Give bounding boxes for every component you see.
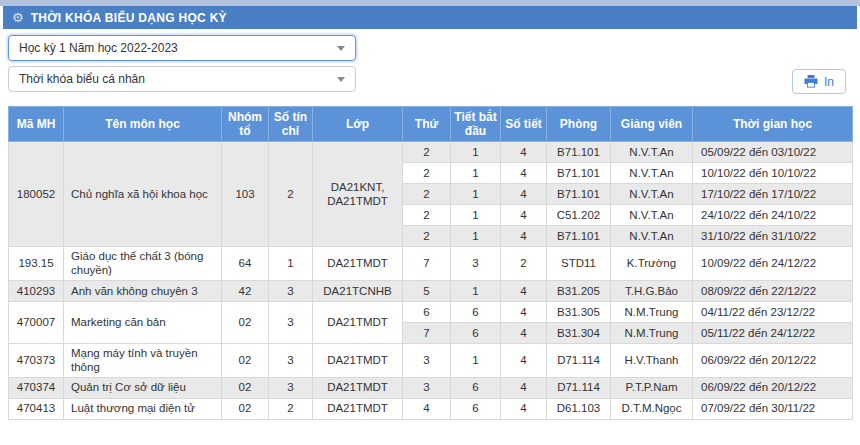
cell-giang_vien: P.T.P.Nam (611, 377, 693, 398)
panel-header: ⚙ THỜI KHÓA BIỂU DẠNG HỌC KỲ (3, 6, 857, 29)
cell-giang_vien: H.V.Thanh (611, 343, 693, 377)
cell-tiet_bat_dau: 1 (451, 184, 501, 205)
cell-phong: B31.205 (547, 280, 611, 301)
cell-thu: 3 (403, 377, 451, 398)
cell-nhom: 02 (222, 343, 269, 377)
timetable-row: 470413Luật thương mại điện tử022DA21TMDT… (9, 398, 853, 419)
cell-thu: 3 (403, 343, 451, 377)
page-title: THỜI KHÓA BIỂU DẠNG HỌC KỲ (31, 11, 227, 25)
cell-phong: D71.114 (547, 377, 611, 398)
cell-thoi_gian: 06/09/22 đến 20/12/22 (693, 343, 853, 377)
cell-thoi_gian: 06/09/22 đến 20/12/22 (693, 377, 853, 398)
col-header-phong: Phòng (547, 107, 611, 142)
cell-thu: 2 (403, 226, 451, 247)
cell-giang_vien: D.T.M.Ngọc (611, 398, 693, 419)
print-button-label: In (824, 75, 834, 89)
cell-giang_vien: N.V.T.An (611, 142, 693, 163)
cell-nhom: 02 (222, 301, 269, 343)
cell-tiet_bat_dau: 1 (451, 205, 501, 226)
timetable-row: 410293Anh văn không chuyên 3423DA21TCNHB… (9, 280, 853, 301)
cell-giang_vien: T.H.G.Bảo (611, 280, 693, 301)
cell-thu: 2 (403, 142, 451, 163)
cell-giang_vien: N.M.Trung (611, 301, 693, 322)
cell-tin_chi: 3 (269, 343, 313, 377)
cell-thoi_gian: 04/11/22 đến 23/12/22 (693, 301, 853, 322)
cell-tiet_bat_dau: 1 (451, 280, 501, 301)
cell-thoi_gian: 10/09/22 đến 24/12/22 (693, 247, 853, 281)
cell-ten: Chủ nghĩa xã hội khoa học (64, 142, 222, 247)
cell-ten: Anh văn không chuyên 3 (64, 280, 222, 301)
semester-select[interactable]: Học kỳ 1 Năm học 2022-2023 (8, 35, 356, 61)
col-header-tin_chi: Số tín chỉ (269, 107, 313, 142)
cell-ma: 193.15 (9, 247, 64, 281)
timetable-row: 470007Marketing căn bản023DA21TMDT664B31… (9, 301, 853, 322)
cell-nhom: 02 (222, 377, 269, 398)
cell-lop: DA21KNT, DA21TMDT (313, 142, 403, 247)
cell-so_tiet: 4 (501, 280, 547, 301)
col-header-lop: Lớp (313, 107, 403, 142)
cell-phong: B71.101 (547, 226, 611, 247)
cell-thoi_gian: 31/10/22 đến 31/10/22 (693, 226, 853, 247)
cell-tin_chi: 3 (269, 280, 313, 301)
cell-so_tiet: 4 (501, 322, 547, 343)
col-header-giang_vien: Giảng viên (611, 107, 693, 142)
cell-so_tiet: 4 (501, 226, 547, 247)
view-type-select-value: Thời khóa biểu cá nhân (19, 72, 145, 86)
timetable: Mã MHTên môn họcNhóm tổSố tín chỉLớpThứT… (8, 106, 853, 420)
cell-thu: 2 (403, 184, 451, 205)
cell-nhom: 42 (222, 280, 269, 301)
cell-phong: B31.305 (547, 301, 611, 322)
cell-thoi_gian: 08/09/22 đến 22/12/22 (693, 280, 853, 301)
cell-thoi_gian: 07/09/22 đến 30/11/22 (693, 398, 853, 419)
cell-tiet_bat_dau: 3 (451, 247, 501, 281)
col-header-ma: Mã MH (9, 107, 64, 142)
cell-phong: D71.114 (547, 343, 611, 377)
view-type-select[interactable]: Thời khóa biểu cá nhân (8, 66, 356, 92)
cell-giang_vien: N.V.T.An (611, 184, 693, 205)
cell-ten: Luật thương mại điện tử (64, 398, 222, 419)
cell-thoi_gian: 17/10/22 đến 17/10/22 (693, 184, 853, 205)
cell-so_tiet: 4 (501, 377, 547, 398)
col-header-so_tiet: Số tiết (501, 107, 547, 142)
cell-thu: 7 (403, 247, 451, 281)
cell-ten: Mạng máy tính và truyền thông (64, 343, 222, 377)
cell-so_tiet: 4 (501, 163, 547, 184)
cell-tiet_bat_dau: 6 (451, 377, 501, 398)
cell-nhom: 02 (222, 398, 269, 419)
cell-tin_chi: 1 (269, 247, 313, 281)
cell-thu: 6 (403, 301, 451, 322)
cell-lop: DA21TMDT (313, 247, 403, 281)
cell-tiet_bat_dau: 1 (451, 226, 501, 247)
cell-phong: STD11 (547, 247, 611, 281)
cell-lop: DA21TCNHB (313, 280, 403, 301)
cell-phong: B71.101 (547, 163, 611, 184)
cell-nhom: 64 (222, 247, 269, 281)
cell-phong: B71.101 (547, 184, 611, 205)
cell-tiet_bat_dau: 1 (451, 142, 501, 163)
cell-ten: Quản trị Cơ sở dữ liệu (64, 377, 222, 398)
cell-phong: C51.202 (547, 205, 611, 226)
cell-ma: 410293 (9, 280, 64, 301)
cell-lop: DA21TMDT (313, 343, 403, 377)
cell-so_tiet: 4 (501, 142, 547, 163)
cell-ten: Marketing căn bản (64, 301, 222, 343)
cell-so_tiet: 2 (501, 247, 547, 281)
cell-giang_vien: N.V.T.An (611, 163, 693, 184)
cell-tin_chi: 2 (269, 142, 313, 247)
col-header-tiet_bat_dau: Tiết bắt đầu (451, 107, 501, 142)
gear-icon: ⚙ (12, 11, 24, 24)
print-button[interactable]: In (792, 69, 846, 94)
cell-giang_vien: N.V.T.An (611, 205, 693, 226)
cell-phong: D61.103 (547, 398, 611, 419)
cell-lop: DA21TMDT (313, 301, 403, 343)
cell-ma: 470374 (9, 377, 64, 398)
cell-ma: 470007 (9, 301, 64, 343)
timetable-row: 180052Chủ nghĩa xã hội khoa học1032DA21K… (9, 142, 853, 163)
cell-thoi_gian: 10/10/22 đến 10/10/22 (693, 163, 853, 184)
cell-ten: Giáo dục thể chất 3 (bóng chuyền) (64, 247, 222, 281)
chevron-down-icon (337, 46, 345, 51)
cell-tiet_bat_dau: 6 (451, 398, 501, 419)
cell-so_tiet: 4 (501, 343, 547, 377)
cell-tiet_bat_dau: 1 (451, 343, 501, 377)
cell-so_tiet: 4 (501, 205, 547, 226)
